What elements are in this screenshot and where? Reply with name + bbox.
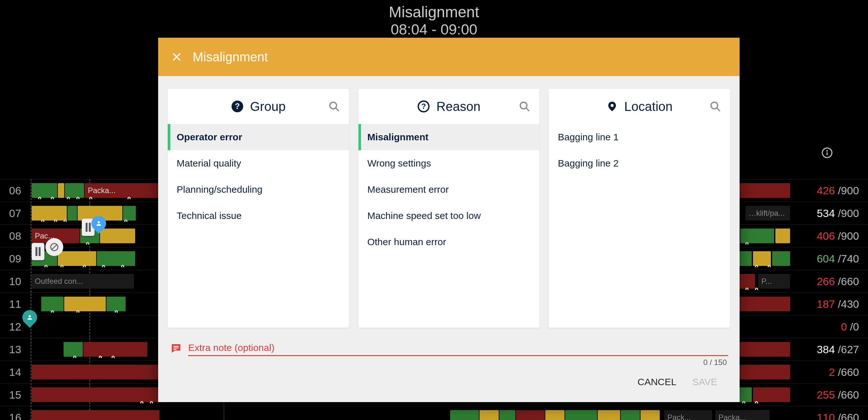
info-icon[interactable]	[822, 147, 833, 158]
row-stats: 110 /660	[791, 411, 868, 420]
reason-list: Misalignment Wrong settings Measurement …	[359, 124, 539, 328]
hour-label: 08	[0, 230, 30, 242]
row-stats: 406 /900	[791, 230, 868, 242]
list-item[interactable]: Other human error	[359, 229, 539, 255]
svg-text:?: ?	[422, 102, 426, 111]
svg-point-6	[28, 315, 31, 318]
svg-text:?: ?	[235, 102, 240, 111]
page-title: Misalignment	[0, 3, 868, 21]
location-icon	[607, 100, 618, 113]
hour-label: 07	[0, 207, 30, 219]
chip-label: Outfeed con...	[35, 277, 83, 286]
reason-modal: Misalignment ? Group Operator error Mate…	[158, 38, 740, 402]
note-icon	[169, 342, 182, 355]
svg-point-5	[97, 221, 100, 223]
list-item[interactable]: Bagging line 2	[549, 150, 730, 176]
panel-header: ? Group	[168, 89, 349, 124]
modal-actions: CANCEL SAVE	[168, 367, 730, 397]
chip-label: Packa...	[718, 413, 746, 420]
group-panel: ? Group Operator error Material quality …	[168, 89, 349, 328]
location-list: Bagging line 1 Bagging line 2	[549, 124, 730, 328]
row-stats: 604 /740	[791, 252, 868, 265]
pause-badge[interactable]	[32, 243, 44, 260]
list-item[interactable]: Material quality	[168, 150, 349, 176]
list-item[interactable]: Technical issue	[168, 203, 349, 229]
hour-label: 09	[0, 252, 30, 265]
svg-line-17	[717, 108, 720, 111]
list-item[interactable]: Machine speed set too low	[359, 203, 539, 229]
page-header: Misalignment 08:04 - 09:00	[0, 3, 868, 38]
cancel-button[interactable]: CANCEL	[637, 377, 676, 387]
chip-label: P...	[761, 277, 772, 286]
svg-rect-2	[827, 152, 828, 155]
hour-label: 14	[0, 366, 30, 379]
note-counter: 0 / 150	[168, 358, 730, 367]
chip-label: …klift/pa...	[748, 209, 785, 218]
chip-label: Packa...	[88, 186, 116, 195]
location-panel: Location Bagging line 1 Bagging line 2	[549, 89, 730, 328]
svg-line-4	[52, 245, 57, 250]
time-range: 08:04 - 09:00	[0, 21, 868, 38]
hour-label: 06	[0, 184, 30, 197]
modal-title: Misalignment	[193, 50, 268, 64]
note-row	[168, 340, 730, 356]
row-stats: 384 /627	[791, 343, 868, 356]
hour-label: 10	[0, 275, 30, 288]
hour-label: 15	[0, 389, 30, 401]
list-item[interactable]: Operator error	[168, 124, 349, 150]
group-list: Operator error Material quality Planning…	[168, 124, 349, 328]
row-stats: 255 /660	[791, 389, 868, 401]
panel-title: Reason	[436, 99, 480, 114]
row-stats: 187 /430	[791, 298, 868, 310]
chip-label: Pack...	[668, 413, 691, 420]
list-item[interactable]: Misalignment	[359, 124, 539, 150]
help-outline-icon: ?	[417, 100, 430, 113]
track[interactable]: Pack... Packa...	[32, 409, 790, 420]
close-icon[interactable]	[169, 50, 184, 64]
panel-header: Location	[549, 89, 730, 124]
hour-label: 11	[0, 298, 30, 310]
panel-title: Location	[624, 99, 673, 114]
save-button[interactable]: SAVE	[692, 377, 717, 387]
svg-line-10	[336, 108, 338, 111]
list-item[interactable]: Measurement error	[359, 176, 539, 203]
hour-label: 16	[0, 411, 30, 420]
search-icon[interactable]	[329, 101, 340, 112]
panel-title: Group	[250, 99, 286, 114]
reason-panel: ? Reason Misalignment Wrong settings Mea…	[359, 89, 539, 328]
svg-point-15	[611, 104, 614, 107]
svg-line-14	[526, 108, 529, 111]
list-item[interactable]: Planning/scheduling	[168, 176, 349, 203]
row-stats: 2 /660	[791, 366, 868, 379]
list-item[interactable]: Bagging line 1	[549, 124, 730, 150]
panel-header: ? Reason	[359, 89, 539, 124]
row-stats: 426 /900	[791, 184, 868, 197]
list-item[interactable]: Wrong settings	[359, 150, 539, 176]
row-stats: 266 /660	[791, 275, 868, 288]
modal-body: ? Group Operator error Material quality …	[158, 76, 740, 402]
table-row: 16 Pack... Packa... 110 /660	[0, 406, 868, 420]
modal-header: Misalignment	[158, 38, 740, 76]
help-icon: ?	[231, 100, 244, 113]
search-icon[interactable]	[710, 101, 721, 112]
hour-label: 13	[0, 343, 30, 356]
row-stats: 534 /900	[791, 207, 868, 219]
note-input[interactable]	[188, 340, 728, 356]
svg-point-1	[827, 150, 828, 152]
row-stats: 0 /0	[791, 321, 868, 333]
block-badge[interactable]	[45, 238, 63, 256]
search-icon[interactable]	[519, 101, 530, 112]
